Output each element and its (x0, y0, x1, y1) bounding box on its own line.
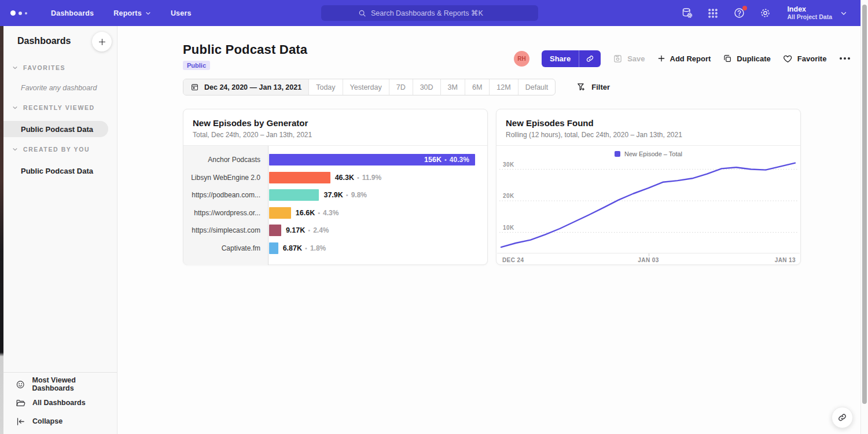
preset-3m[interactable]: 3M (441, 79, 465, 95)
chevron-down-icon (12, 146, 18, 152)
sidebar-title: Dashboards (17, 36, 71, 46)
floating-link-button[interactable] (832, 407, 853, 428)
settings-gear-icon[interactable] (759, 7, 771, 20)
main-content: Public Podcast Data Public RH Share Save… (118, 26, 860, 434)
nav-item-dashboards[interactable]: Dashboards (51, 9, 94, 17)
add-report-button[interactable]: Add Report (657, 54, 711, 63)
bar-podbean[interactable] (269, 189, 319, 201)
preset-30d[interactable]: 30D (413, 79, 441, 95)
filter-button[interactable]: Filter (576, 82, 610, 92)
link-icon (586, 54, 594, 63)
nav-utilities: Index All Project Data (681, 0, 853, 26)
apps-grid-icon[interactable] (707, 7, 719, 20)
nav-item-users[interactable]: Users (171, 9, 192, 17)
notification-badge (742, 6, 747, 10)
sidebar-footer-divider (3, 372, 117, 373)
save-button[interactable]: Save (613, 54, 645, 64)
card-subtitle: Total, Dec 24th, 2020 – Jan 13th, 2021 (193, 131, 478, 139)
x-axis: DEC 24 JAN 03 JAN 13 (497, 253, 800, 265)
link-icon (837, 413, 847, 422)
sidebar-section-recently-viewed[interactable]: RECENTLY VIEWED (3, 104, 117, 111)
chevron-down-icon (145, 10, 151, 16)
x-tick-label: JAN 03 (638, 257, 659, 263)
sidebar-section-favorites[interactable]: FAVORITES (3, 64, 117, 71)
copy-share-link-button[interactable] (579, 50, 601, 67)
bar-chart: Anchor Podcasts 156K•40.3% Libsyn WebEng… (183, 146, 487, 265)
bar-row: Libsyn WebEngine 2.0 46.3K•11.9% (183, 169, 487, 187)
nav-item-reports[interactable]: Reports (113, 9, 151, 17)
help-icon[interactable] (733, 7, 745, 20)
bar-captivate[interactable] (269, 242, 278, 254)
preset-default[interactable]: Default (518, 79, 556, 95)
y-tick-label: 20K (503, 193, 514, 199)
preset-6m[interactable]: 6M (465, 79, 490, 95)
card-header: New Episodes by Generator Total, Dec 24t… (183, 109, 487, 146)
global-search[interactable] (321, 5, 538, 21)
card-subtitle: Rolling (12 hours), total, Dec 24th, 202… (506, 131, 791, 139)
preset-12m[interactable]: 12M (490, 79, 518, 95)
project-scope: All Project Data (787, 13, 832, 21)
favorites-empty-hint: Favorite any dashboard (21, 84, 97, 92)
bar-wordpress[interactable] (269, 207, 291, 219)
date-range-control: Dec 24, 2020 — Jan 13, 2021 Today Yester… (183, 79, 556, 95)
share-split-button: Share (542, 50, 601, 67)
favorite-button[interactable]: Favorite (783, 54, 827, 64)
bar-anchor-podcasts[interactable]: 156K•40.3% (269, 154, 475, 165)
app-window: Dashboards Reports Users (0, 0, 868, 434)
visibility-badge: Public (183, 61, 210, 70)
sidebar-item-most-viewed[interactable]: Most Viewed Dashboards (3, 377, 117, 392)
chevron-down-icon (12, 105, 18, 111)
search-input[interactable] (371, 9, 501, 17)
card-new-episodes-by-generator: New Episodes by Generator Total, Dec 24t… (183, 109, 488, 265)
sidebar-item-recent-dashboard[interactable]: Public Podcast Data (3, 121, 108, 137)
primary-nav: Dashboards Reports Users (51, 9, 192, 17)
bar-row: Captivate.fm 6.87K•1.8% (183, 240, 487, 258)
card-new-episodes-found: New Episodes Found Rolling (12 hours), t… (496, 109, 801, 265)
bar-simplecast[interactable] (269, 225, 281, 236)
preset-yesterday[interactable]: Yesterday (343, 79, 389, 95)
data-sources-icon[interactable] (681, 7, 693, 20)
project-name: Index (787, 5, 832, 13)
scrollbar-thumb[interactable] (862, 5, 867, 404)
line-plot-area[interactable]: 10K20K30K (499, 160, 797, 253)
card-title: New Episodes Found (506, 118, 791, 128)
page-scrollbar[interactable] (860, 0, 868, 434)
avatar[interactable]: RH (514, 51, 529, 67)
bar-row: https://wordpress.or... 16.6K•4.3% (183, 204, 487, 222)
chart-legend: New Episode – Total (496, 146, 800, 160)
sidebar-item-created-dashboard[interactable]: Public Podcast Data (3, 163, 108, 179)
date-filter-bar: Dec 24, 2020 — Jan 13, 2021 Today Yester… (183, 79, 610, 95)
bar-libsyn[interactable] (269, 172, 330, 183)
top-nav: Dashboards Reports Users (0, 0, 860, 26)
search-icon (358, 9, 366, 17)
x-tick-label: DEC 24 (502, 257, 524, 263)
plus-icon (98, 38, 106, 46)
card-title: New Episodes by Generator (193, 118, 478, 128)
date-range-segment[interactable]: Dec 24, 2020 — Jan 13, 2021 (183, 79, 309, 95)
add-dashboard-button[interactable] (92, 32, 112, 52)
chevron-down-icon (840, 10, 847, 17)
card-header: New Episodes Found Rolling (12 hours), t… (496, 109, 800, 146)
save-icon (613, 54, 623, 64)
share-button[interactable]: Share (542, 50, 579, 67)
page-title: Public Podcast Data (183, 42, 307, 57)
project-switcher[interactable]: Index All Project Data (787, 5, 847, 21)
more-options-icon[interactable] (838, 55, 851, 62)
y-tick-label: 10K (503, 225, 514, 231)
bar-row: https://simplecast.com 9.17K•2.4% (183, 222, 487, 240)
bar-row: https://podbean.com... 37.9K•9.8% (183, 186, 487, 204)
page-actions: RH Share Save Add Report Duplicate (514, 50, 851, 67)
sidebar-section-created-by-you[interactable]: CREATED BY YOU (3, 146, 117, 153)
sidebar-item-all-dashboards[interactable]: All Dashboards (3, 395, 117, 410)
plus-icon (657, 54, 665, 62)
y-tick-label: 30K (503, 161, 514, 168)
app-logo-icon[interactable] (10, 10, 35, 16)
x-tick-label: JAN 13 (775, 257, 796, 263)
preset-today[interactable]: Today (309, 79, 343, 95)
duplicate-button[interactable]: Duplicate (723, 54, 771, 63)
sidebar-collapse-button[interactable]: Collapse (3, 414, 117, 429)
copy-icon (723, 54, 732, 63)
calendar-icon (190, 83, 199, 91)
preset-7d[interactable]: 7D (389, 79, 413, 95)
chevron-down-icon (12, 65, 18, 71)
